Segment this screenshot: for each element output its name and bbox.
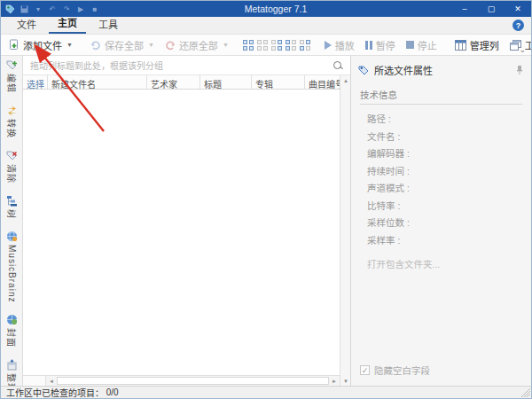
select-none-icon[interactable]: [256, 39, 269, 51]
scroll-up-icon[interactable]: ▲: [340, 75, 351, 85]
tab-file[interactable]: 文件: [8, 15, 45, 34]
resize-grip[interactable]: [521, 388, 530, 397]
pause-button[interactable]: 暂停: [361, 36, 400, 54]
stop-button[interactable]: 停止: [402, 36, 442, 54]
play-button[interactable]: 播放: [320, 36, 359, 54]
group-by-placeholder: 拖动列标题到此处，根据该列分组: [30, 59, 332, 72]
column-header-album[interactable]: 专辑: [252, 75, 305, 89]
window-title: Metatogger 7.1: [100, 4, 451, 14]
select-checked-icon[interactable]: [285, 39, 297, 51]
column-header-new-filename[interactable]: 新建文件名: [48, 75, 147, 89]
add-file-icon: [9, 39, 20, 51]
properties-panel: 所选文件属性 技术信息 路径 : 文件名 : 编解码器 : 持续时间 : 声道模…: [351, 56, 531, 386]
save-all-dropdown-icon: ▼: [148, 42, 154, 48]
field-bitrate: 比特率 :: [367, 199, 531, 212]
field-filename: 文件名 :: [367, 129, 531, 143]
horizontal-scroll-thumb[interactable]: [57, 377, 329, 385]
scroll-right-icon[interactable]: ►: [329, 376, 340, 386]
hide-empty-fields-label: 隐藏空白字段: [374, 364, 430, 377]
select-all-icon[interactable]: [242, 39, 254, 51]
pin-icon[interactable]: [515, 65, 524, 75]
restore-all-button[interactable]: 还原全部▼: [160, 36, 233, 54]
add-files-button[interactable]: 添加文件▼: [4, 36, 77, 54]
maximize-button[interactable]: ▢: [478, 1, 505, 17]
restore-all-dropdown-icon: ▼: [223, 42, 229, 48]
remove-tag-icon: [6, 150, 18, 161]
ribbon-tabstrip: 文件 主页 工具 ?: [1, 17, 531, 35]
field-duration: 持续时间 :: [367, 164, 531, 177]
hide-empty-fields-checkbox[interactable]: ✓: [360, 365, 370, 375]
properties-icon: [358, 65, 370, 76]
table-header-row: 选择 新建文件名 艺术家 标题 专辑 曲目编号: [23, 75, 340, 90]
search-icon[interactable]: [332, 60, 343, 71]
field-sample-rate: 采样率 :: [367, 233, 531, 246]
app-window: ▾ ↶ ↷ ▶ ■ Metatogger 7.1 – ▢ ✕ 文件 主页 工具 …: [0, 0, 532, 399]
properties-panel-title: 所选文件属性: [374, 63, 511, 77]
column-header-track-number[interactable]: 曲目编号: [305, 75, 340, 89]
play-icon: [325, 41, 332, 50]
organize-icon: [6, 359, 18, 371]
technical-info-fields: 路径 : 文件名 : 编解码器 : 持续时间 : 声道模式 : 比特率 : 采样…: [367, 112, 531, 246]
app-logo-icon: [4, 4, 15, 14]
add-files-dropdown-icon: ▼: [66, 42, 73, 48]
tab-tools[interactable]: 工具: [90, 15, 127, 34]
tab-home[interactable]: 主页: [49, 13, 86, 34]
horizontal-scrollbar[interactable]: ◄ ►: [23, 375, 340, 386]
sidebar-item-musicbrainz[interactable]: MusicBrainz: [6, 231, 18, 302]
sidebar-item-remove[interactable]: 清除: [5, 150, 19, 184]
quick-stop-icon[interactable]: ■: [90, 4, 100, 14]
close-button[interactable]: ✕: [505, 1, 531, 17]
open-containing-folder-link[interactable]: 打开包含文件夹...: [367, 257, 531, 270]
sidebar-item-convert[interactable]: 转换: [5, 105, 19, 138]
scroll-down-icon[interactable]: ▼: [340, 376, 351, 386]
scroll-left-icon[interactable]: ◄: [46, 376, 57, 386]
toolbar: 添加文件▼ 保存全部▼ 还原全部▼ 播放 暂停 停止 管理列: [1, 35, 531, 56]
vertical-scrollbar[interactable]: ▲ ▼: [340, 75, 350, 386]
field-channel-mode: 声道模式 :: [367, 181, 531, 194]
help-icon[interactable]: ?: [512, 20, 524, 31]
status-bar: 工作区中已检查的项目： 0/0: [1, 386, 531, 398]
group-by-bar[interactable]: 拖动列标题到此处，根据该列分组: [23, 56, 350, 75]
field-codec: 编解码器 :: [367, 146, 531, 160]
vertical-scroll-track[interactable]: [340, 85, 350, 376]
main-area: 拖动列标题到此处，根据该列分组 选择 新建文件名 艺术家 标题 专辑 曲目编号: [23, 56, 351, 386]
ribbon-collapse-icon[interactable]: ⌄: [519, 45, 526, 54]
column-header-title[interactable]: 标题: [200, 75, 252, 89]
status-label: 工作区中已检查的项目：: [6, 386, 104, 399]
sidebar-item-tree[interactable]: 树: [5, 195, 19, 219]
file-list-empty[interactable]: [23, 90, 340, 375]
quick-save-icon[interactable]: [19, 4, 29, 14]
scrollbar-corner: [23, 376, 46, 386]
select-unchecked-icon[interactable]: [299, 39, 311, 51]
manage-columns-icon: [455, 40, 466, 51]
musicbrainz-globe-icon: [6, 231, 18, 242]
field-path: 路径 :: [367, 112, 531, 125]
save-all-icon: [90, 40, 101, 51]
column-header-select[interactable]: 选择: [23, 75, 48, 89]
pause-icon: [365, 41, 372, 50]
status-count: 0/0: [106, 387, 119, 397]
minimize-button[interactable]: –: [451, 1, 478, 17]
sidebar: 编辑 转换 清除 树 MusicBrainz 封面: [1, 56, 23, 386]
technical-info-section-title: 技术信息: [360, 88, 522, 105]
convert-icon: [6, 105, 18, 116]
column-header-artist[interactable]: 艺术家: [147, 75, 200, 89]
restore-all-icon: [165, 40, 176, 51]
sidebar-item-cover[interactable]: 封面: [5, 314, 19, 348]
window-controls: – ▢ ✕: [451, 1, 531, 17]
invert-selection-icon[interactable]: [270, 39, 283, 51]
cover-art-icon: [6, 314, 18, 325]
manage-columns-button[interactable]: 管理列: [450, 36, 504, 54]
stop-icon: [406, 41, 414, 49]
field-bit-depth: 采样位数 :: [367, 215, 531, 229]
sidebar-item-edit[interactable]: 编辑: [5, 59, 19, 93]
save-all-button[interactable]: 保存全部▼: [86, 36, 159, 54]
edit-tag-icon: [6, 59, 18, 71]
quick-save-dropdown-icon[interactable]: ▾: [33, 4, 43, 14]
body: 编辑 转换 清除 树 MusicBrainz 封面: [1, 56, 531, 386]
tree-icon: [6, 195, 18, 207]
